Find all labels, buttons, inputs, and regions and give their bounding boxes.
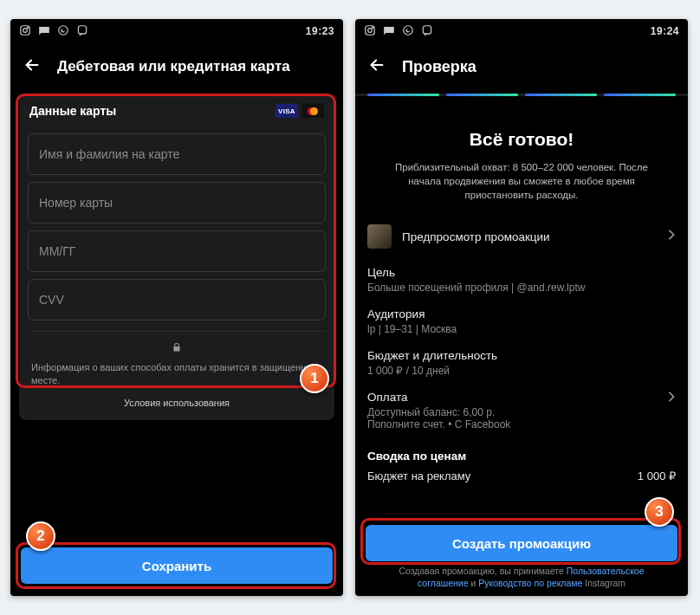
- svg-rect-9: [423, 25, 431, 33]
- header: Проверка: [355, 43, 688, 94]
- audience-row: Аудитория lp | 19–31 | Москва: [367, 301, 676, 342]
- divider: [28, 331, 326, 332]
- cardholder-name-input[interactable]: Имя и фамилия на карте: [28, 133, 326, 175]
- payment-label: Оплата: [367, 391, 667, 404]
- status-bar: 19:23: [10, 19, 343, 43]
- preview-label: Предпросмотр промоакции: [402, 230, 550, 243]
- preview-thumbnail: [367, 224, 392, 249]
- ad-guidelines-link[interactable]: Руководство по рекламе: [478, 578, 582, 588]
- terms-link[interactable]: Условия использования: [19, 392, 334, 420]
- ready-heading: Всё готово!: [378, 129, 665, 150]
- audience-value: lp | 19–31 | Москва: [367, 323, 676, 335]
- status-bar: 19:24: [355, 19, 688, 43]
- header: Дебетовая или кредитная карта: [10, 43, 343, 94]
- step-badge-1: 1: [300, 364, 329, 393]
- card-cvv-input[interactable]: CVV: [28, 279, 326, 320]
- step-badge-2: 2: [26, 521, 55, 551]
- status-clock: 19:23: [306, 25, 334, 37]
- legal-post: Instagram: [582, 578, 625, 588]
- preview-promotion-row[interactable]: Предпросмотр промоакции: [355, 214, 688, 259]
- secure-storage-note: Информация о ваших способах оплаты храни…: [19, 361, 334, 392]
- budget-row: Бюджет и длительность 1 000 ₽ / 10 дней: [367, 342, 676, 384]
- payment-topup: Пополните счет. • С Facebook: [367, 418, 667, 430]
- budget-label: Бюджет и длительность: [367, 349, 676, 362]
- ready-subtext: Приблизительный охват: 8 500–22 000 чело…: [378, 160, 665, 202]
- phone-right: 19:24 Проверка Всё готово! Приблизительн…: [355, 19, 688, 596]
- cardholder-name-placeholder: Имя и фамилия на карте: [39, 147, 179, 161]
- phone-left: 19:23 Дебетовая или кредитная карта Данн…: [10, 19, 343, 596]
- svg-point-7: [373, 27, 373, 28]
- card-expiry-placeholder: MM/ГГ: [39, 244, 75, 258]
- legal-pre: Создавая промоакцию, вы принимаете: [399, 566, 566, 576]
- summary-line-label: Бюджет на рекламу: [367, 469, 470, 482]
- lock-icon: [19, 340, 334, 356]
- progress-bar: [355, 94, 688, 96]
- card-expiry-input[interactable]: MM/ГГ: [28, 230, 326, 272]
- svg-point-3: [59, 25, 68, 35]
- card-section-title: Данные карты: [29, 104, 116, 118]
- page-title: Проверка: [402, 58, 476, 76]
- step-badge-3: 3: [645, 497, 674, 527]
- legal-footer: Создавая промоакцию, вы принимаете Польз…: [355, 560, 688, 589]
- visa-icon: VISA: [275, 104, 298, 118]
- whatsapp-icon: [57, 24, 69, 39]
- save-button-label: Сохранить: [142, 559, 211, 573]
- summary-line-value: 1 000 ₽: [638, 469, 676, 482]
- legal-mid: и: [469, 578, 479, 588]
- status-icons: [364, 24, 433, 39]
- back-button[interactable]: [367, 55, 386, 78]
- message-icon: [38, 24, 50, 39]
- whatsapp-icon: [402, 24, 414, 39]
- instagram-icon: [364, 24, 376, 39]
- card-cvv-placeholder: CVV: [39, 293, 64, 307]
- card-number-placeholder: Номер карты: [39, 196, 113, 210]
- goal-row: Цель Больше посещений профиля | @and.rew…: [367, 259, 676, 301]
- payment-balance: Доступный баланс: 6,00 р.: [367, 406, 667, 418]
- create-promotion-button[interactable]: Создать промоакцию: [366, 525, 677, 561]
- page-title: Дебетовая или кредитная карта: [57, 58, 290, 75]
- svg-point-6: [368, 28, 373, 32]
- chevron-right-icon: [667, 391, 676, 406]
- svg-point-8: [404, 25, 413, 35]
- back-button[interactable]: [23, 55, 42, 78]
- review-sections: Цель Больше посещений профиля | @and.rew…: [355, 259, 688, 482]
- create-promotion-label: Создать промоакцию: [452, 536, 591, 551]
- chevron-right-icon: [667, 229, 676, 244]
- price-summary-line: Бюджет на рекламу 1 000 ₽: [367, 469, 676, 482]
- price-summary-title: Сводка по ценам: [367, 450, 676, 463]
- save-button[interactable]: Сохранить: [21, 547, 333, 584]
- card-brand-logos: VISA: [275, 104, 324, 118]
- goal-value: Больше посещений профиля | @and.rew.lptw: [367, 282, 676, 294]
- svg-point-1: [23, 28, 28, 32]
- goal-label: Цель: [367, 266, 676, 279]
- status-clock: 19:24: [651, 25, 679, 37]
- budget-value: 1 000 ₽ / 10 дней: [367, 365, 676, 377]
- instagram-icon: [19, 24, 31, 39]
- svg-rect-4: [78, 25, 86, 33]
- comparison-stage: 19:23 Дебетовая или кредитная карта Данн…: [0, 0, 700, 615]
- card-number-input[interactable]: Номер карты: [28, 182, 326, 223]
- mastercard-icon: [301, 104, 324, 118]
- ready-block: Всё готово! Приблизительный охват: 8 500…: [355, 100, 688, 214]
- message-icon: [383, 24, 395, 39]
- svg-point-2: [28, 27, 29, 28]
- viber-icon: [421, 24, 433, 39]
- payment-row[interactable]: Оплата Доступный баланс: 6,00 р. Пополни…: [367, 384, 676, 437]
- viber-icon: [76, 24, 88, 39]
- card-form: Данные карты VISA Имя и фамилия на карте…: [19, 94, 334, 420]
- audience-label: Аудитория: [367, 308, 676, 320]
- status-icons: [19, 24, 88, 39]
